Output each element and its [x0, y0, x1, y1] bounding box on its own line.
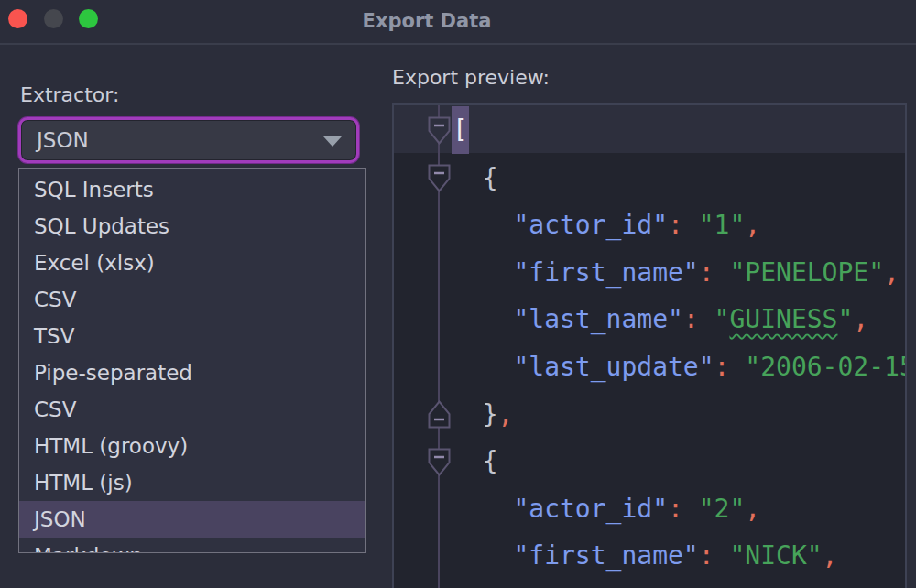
dropdown-item[interactable]: SQL Inserts — [19, 171, 365, 208]
code-token: GUINESS — [729, 304, 837, 334]
fold-collapse-icon[interactable] — [428, 116, 451, 145]
fold-collapse-icon[interactable] — [428, 164, 451, 192]
dropdown-item[interactable]: Pipe-separated — [19, 354, 365, 391]
code-token: "PENELOPE" — [729, 257, 884, 288]
code-token: : — [668, 210, 683, 240]
code-token — [452, 494, 513, 524]
code-line: { — [452, 155, 907, 202]
code-token: "2006-02-15 — [745, 352, 907, 382]
code-token: , — [853, 304, 868, 334]
code-line: }, — [452, 391, 907, 439]
code-token: , — [823, 540, 838, 571]
extractor-selected-value: JSON — [37, 120, 89, 160]
code-line: "actor_id": "2", — [452, 485, 907, 533]
code-token — [452, 352, 513, 382]
code-line: "actor_id": "1", — [452, 201, 907, 249]
code-token: " — [714, 304, 730, 334]
code-token: , — [745, 210, 760, 240]
dropdown-item[interactable]: CSV — [19, 391, 365, 428]
code-token: : — [668, 494, 683, 524]
code-token: "last_name" — [513, 304, 682, 334]
dropdown-item[interactable]: TSV — [19, 318, 365, 354]
code-token: } — [452, 399, 498, 430]
code-token — [683, 210, 699, 240]
code-area: [ { "actor_id": "1", "first_name": "PENE… — [452, 107, 907, 580]
code-editor[interactable]: [ { "actor_id": "1", "first_name": "PENE… — [392, 103, 907, 588]
dropdown-item[interactable]: Excel (xlsx) — [19, 245, 365, 281]
code-token — [452, 540, 513, 571]
code-token — [729, 352, 745, 382]
code-token: , — [498, 399, 514, 430]
dropdown-item[interactable]: HTML (js) — [19, 464, 365, 501]
code-line: { — [452, 438, 907, 485]
code-token: : — [683, 304, 699, 334]
code-token — [714, 257, 730, 288]
code-token: "actor_id" — [513, 210, 668, 240]
selected-bracket: [ — [452, 106, 469, 154]
fold-collapse-icon[interactable] — [428, 448, 451, 476]
code-token — [452, 304, 513, 334]
code-token — [699, 304, 714, 334]
code-token — [452, 210, 513, 240]
code-line: "last_name": "GUINESS", — [452, 296, 907, 343]
code-line: "first_name": "NICK", — [452, 532, 907, 580]
dropdown-item[interactable]: JSON — [19, 501, 365, 538]
code-token: "first_name" — [513, 540, 698, 571]
extractor-combobox[interactable]: JSON — [18, 117, 359, 163]
titlebar[interactable]: Export Data — [0, 0, 916, 45]
code-token — [683, 494, 699, 524]
code-token: : — [699, 257, 714, 288]
code-token: "last_update" — [513, 352, 714, 382]
code-token: "first_name" — [513, 257, 698, 288]
code-token: " — [837, 304, 853, 334]
export-data-dialog: Export Data Extractor: JSON SQL InsertsS… — [0, 0, 916, 588]
code-token: : — [699, 540, 714, 571]
code-token: : — [714, 352, 730, 382]
export-preview-label: Export preview: — [392, 66, 550, 89]
code-line: "last_update": "2006-02-15 — [452, 343, 907, 391]
fold-expand-icon[interactable] — [428, 400, 451, 429]
code-token: "2" — [699, 494, 746, 524]
dropdown-item[interactable]: Markdown — [19, 538, 365, 553]
code-token: "1" — [699, 210, 746, 240]
code-token: , — [884, 257, 900, 288]
chevron-down-icon — [323, 136, 342, 147]
extractor-label: Extractor: — [20, 83, 119, 106]
code-token — [714, 540, 730, 571]
code-line: "first_name": "PENELOPE", — [452, 249, 907, 297]
dropdown-item[interactable]: CSV — [19, 281, 365, 318]
dropdown-item[interactable]: SQL Updates — [19, 208, 365, 245]
code-token: { — [452, 446, 498, 476]
window-title: Export Data — [0, 0, 854, 43]
code-line: [ — [452, 107, 907, 155]
code-token: { — [452, 163, 498, 193]
code-token: "NICK" — [729, 540, 822, 571]
code-token — [452, 257, 513, 288]
code-token: "actor_id" — [513, 494, 668, 524]
dropdown-item[interactable]: HTML (groovy) — [19, 428, 365, 464]
extractor-dropdown-list: SQL InsertsSQL UpdatesExcel (xlsx)CSVTSV… — [18, 168, 366, 553]
code-token: , — [745, 494, 760, 524]
